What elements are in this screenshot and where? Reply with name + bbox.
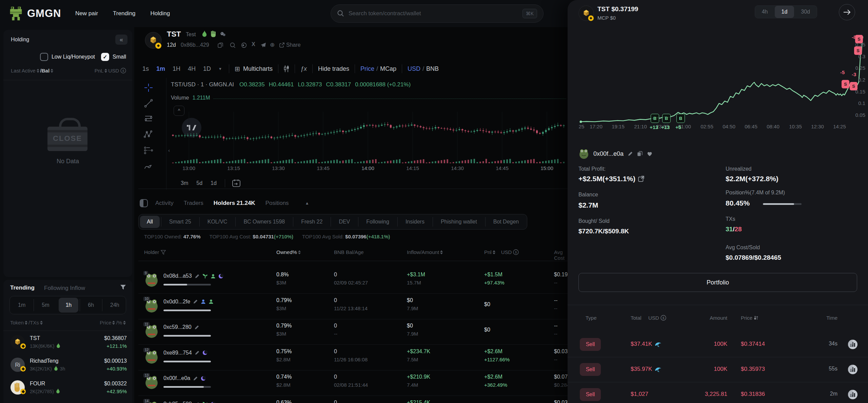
- scan-icon[interactable]: [230, 42, 236, 48]
- col-usd[interactable]: USD $: [648, 315, 666, 321]
- buy-marker[interactable]: B: [651, 114, 659, 123]
- forecast-tool-icon[interactable]: [138, 142, 159, 158]
- wallet-chart-icon[interactable]: [848, 364, 858, 375]
- wallet-chart-icon[interactable]: [848, 339, 858, 349]
- multicharts-button[interactable]: ⊞Multicharts: [235, 65, 273, 73]
- time-axis[interactable]: 13:0013:1513:3013:4514:0014:1514:3014:45…: [138, 165, 568, 173]
- sell-marker[interactable]: S: [842, 80, 849, 88]
- trending-col-token[interactable]: Token /TXs: [10, 320, 44, 325]
- holder-row-0x08d...a53[interactable]: 9 0x08d...a53 0.8%$3M 002/09 02:45:27 +$…: [138, 268, 568, 294]
- trendline-tool-icon[interactable]: [138, 96, 159, 111]
- wallet-pnl-chart[interactable]: 0.350.30.250.20.150.10.052517:2019:1521:…: [573, 29, 867, 132]
- checkbox-low-liq-honeypot[interactable]: Low Liq/Honeypot: [40, 53, 95, 61]
- fib-tool-icon[interactable]: [138, 111, 159, 127]
- copy-icon[interactable]: [218, 42, 223, 48]
- panel-range-4h[interactable]: 4h: [755, 6, 775, 18]
- favorite-heart-icon[interactable]: [647, 151, 653, 156]
- trending-row-four[interactable]: FOUR2K(2K/785) $0.00322 +42.95%: [3, 378, 132, 401]
- wallet-address[interactable]: 0x00f...e0a: [593, 150, 624, 157]
- timeframe-4H[interactable]: 4H: [188, 65, 196, 72]
- holder-address[interactable]: 0xc59...280: [163, 324, 192, 330]
- tab-activity[interactable]: Activity: [155, 200, 174, 207]
- tab-holders[interactable]: Holders 21.24K: [214, 200, 255, 207]
- crosshair-tool-icon[interactable]: [138, 80, 159, 96]
- buy-marker[interactable]: B: [662, 114, 671, 123]
- portfolio-button[interactable]: Portfolio: [578, 273, 857, 292]
- nav-item-trending[interactable]: Trending: [113, 10, 135, 17]
- checkbox-small[interactable]: ✓Small: [101, 53, 126, 61]
- sell-marker[interactable]: S: [854, 46, 862, 55]
- indicators-fx-icon[interactable]: ƒx: [300, 65, 307, 72]
- trade-row[interactable]: Sell $35.97K 100K $0.35973 55s: [568, 357, 868, 382]
- telegram-icon[interactable]: [260, 42, 266, 48]
- hide-trades-button[interactable]: Hide trades: [318, 65, 349, 72]
- range-3m[interactable]: 3m: [181, 180, 188, 186]
- trending-range-1h[interactable]: 1h: [59, 298, 78, 313]
- tab-traders[interactable]: Traders: [184, 200, 203, 207]
- holding-col-right[interactable]: PnL USD $: [95, 68, 126, 73]
- sell-marker[interactable]: S: [850, 82, 857, 90]
- holder-row-0xb85...508[interactable]: 14 0xb85...508 0.63% 0 +$215.4K +$2.4M $…: [138, 396, 568, 403]
- collapse-sidebar-button[interactable]: «: [115, 35, 127, 45]
- holder-address[interactable]: 0x00f...e0a: [163, 375, 190, 381]
- holder-row-0x0d0...2fe[interactable]: 10 0x0d0...2fe 0.79%$3M 011/22 13:48:14 …: [138, 293, 568, 319]
- tab-positions[interactable]: Positions: [265, 200, 289, 207]
- sell-marker[interactable]: S: [855, 35, 863, 43]
- trending-range-5m[interactable]: 5m: [34, 296, 57, 314]
- gmgn-logo[interactable]: GMGN: [8, 5, 61, 22]
- col-owned[interactable]: Owned%: [276, 249, 302, 255]
- filter-all[interactable]: All: [140, 216, 160, 228]
- timeframe-1D[interactable]: 1D: [203, 65, 211, 72]
- timeframe-more-icon[interactable]: ▼: [218, 67, 222, 71]
- share-button[interactable]: Share: [279, 42, 301, 48]
- goto-date-icon[interactable]: [232, 179, 241, 187]
- col-inflow[interactable]: Inflow/Amount: [407, 249, 444, 255]
- panel-range-1d[interactable]: 1d: [775, 6, 794, 18]
- col-bal-age[interactable]: BNB Bal/Age: [334, 249, 364, 255]
- trade-row[interactable]: Sell $37.41K 100K $0.37414 34s: [568, 332, 868, 357]
- panel-range-30d[interactable]: 30d: [794, 6, 817, 18]
- dex-icon[interactable]: [241, 42, 247, 48]
- trending-row-tst[interactable]: TST13K(6K/6K) $0.36807 +121.1%: [3, 333, 132, 355]
- filter-following[interactable]: Following: [358, 214, 397, 229]
- layout-toggle-icon[interactable]: [140, 199, 148, 207]
- holder-address[interactable]: 0xe89...754: [163, 350, 192, 356]
- tab-following-inflow[interactable]: Following Inflow: [44, 285, 85, 292]
- range-5d[interactable]: 5d: [196, 180, 202, 186]
- candlestick-chart[interactable]: [168, 112, 568, 163]
- holder-row-0xc59...280[interactable]: 11 0xc59...280 0.79%$3M 0-- $07.9M $0 --…: [138, 319, 568, 345]
- trade-row[interactable]: Sell $1,027 3,225.81 $0.31836 2m: [568, 382, 868, 403]
- filter-phishing-wallet[interactable]: Phishing wallet: [433, 214, 485, 229]
- pattern-tool-icon[interactable]: [138, 127, 159, 142]
- col-holder[interactable]: Holder: [144, 249, 166, 255]
- filter-kol-vc[interactable]: KOL/VC: [199, 214, 236, 229]
- nav-item-holding[interactable]: Holding: [151, 10, 170, 17]
- trending-col-price[interactable]: Price /%: [100, 320, 127, 325]
- trending-row-richadteng[interactable]: Ri RichadTeng3K(2K/1K)3h $0.00013 +40.93…: [3, 355, 132, 378]
- holding-col-left[interactable]: Last Active /Bal: [11, 68, 54, 73]
- token-address[interactable]: 0x86b...429: [181, 42, 209, 48]
- price-mcap-toggle[interactable]: Price/MCap: [360, 65, 396, 72]
- filter-fresh-22[interactable]: Fresh 22: [293, 214, 331, 229]
- website-icon[interactable]: ⊕: [270, 41, 275, 48]
- filter-dev[interactable]: DEV: [331, 214, 358, 229]
- timeframe-1H[interactable]: 1H: [173, 65, 180, 72]
- filter-smart-25[interactable]: Smart 25: [161, 214, 199, 229]
- filter-insiders[interactable]: Insiders: [397, 214, 433, 229]
- timeframe-1m[interactable]: 1m: [156, 65, 165, 72]
- col-total[interactable]: Total: [631, 315, 642, 321]
- holder-address[interactable]: 0x08d...a53: [163, 273, 192, 279]
- holder-address[interactable]: 0xb85...508: [163, 401, 192, 403]
- search-input[interactable]: Search token/contract/wallet ⌘K: [331, 4, 544, 23]
- filter-bot-degen[interactable]: Bot Degen: [485, 214, 527, 229]
- trending-range-24h[interactable]: 24h: [102, 296, 127, 314]
- candle-style-icon[interactable]: [284, 65, 289, 72]
- col-pnl[interactable]: Pnl USD $: [484, 249, 519, 255]
- buy-marker[interactable]: B: [676, 114, 685, 123]
- tab-trending[interactable]: Trending: [10, 284, 35, 291]
- expand-arrow-button[interactable]: [839, 4, 855, 20]
- trending-range-6h[interactable]: 6h: [80, 296, 102, 314]
- wallet-chart-icon[interactable]: [848, 389, 858, 400]
- holder-address[interactable]: 0x0d0...2fe: [163, 299, 190, 305]
- trending-row-cheems[interactable]: Cheems $0.0512683: [3, 401, 132, 403]
